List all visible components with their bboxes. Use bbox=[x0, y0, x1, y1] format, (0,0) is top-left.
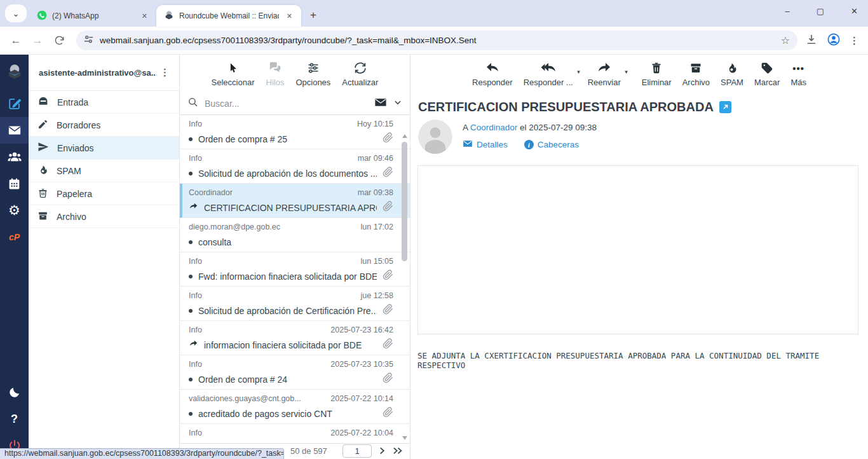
message-date-text: el 2025-07-29 09:38 bbox=[520, 123, 597, 132]
folder-panel: asistente-administrativo@sa... ⋮ Entrada… bbox=[29, 55, 180, 459]
folder-spam[interactable]: SPAM bbox=[29, 160, 179, 182]
message-list-item[interactable]: Coordinador mar 09:38 CERTIFICACION PRES… bbox=[180, 184, 410, 218]
search-bar bbox=[180, 92, 410, 115]
message-list-item[interactable]: Info jue 12:58 Solicitud de aprobación d… bbox=[180, 287, 410, 321]
profile-avatar-icon[interactable] bbox=[827, 32, 841, 49]
unread-dot-icon bbox=[189, 172, 193, 175]
open-in-new-icon[interactable] bbox=[719, 101, 731, 113]
attachment-row bbox=[426, 259, 850, 277]
scroll-up-arrow-icon[interactable] bbox=[402, 134, 407, 138]
more-button[interactable]: ••• Más bbox=[790, 60, 806, 87]
message-subject: Orden de compra # 24 bbox=[198, 374, 377, 385]
message-list-item[interactable]: Info mar 09:46 Solicitud de aprobación d… bbox=[180, 149, 410, 184]
tab-close-icon[interactable]: ✕ bbox=[284, 11, 295, 22]
refresh-button[interactable]: Actualizar bbox=[342, 60, 378, 87]
attachment-icon bbox=[383, 338, 393, 352]
reload-button[interactable] bbox=[50, 31, 69, 50]
help-button[interactable]: ? bbox=[0, 406, 29, 432]
message-sender: Info bbox=[189, 428, 325, 437]
contacts-nav-button[interactable] bbox=[0, 144, 29, 170]
forwarded-icon bbox=[189, 202, 198, 214]
minimize-button[interactable]: – bbox=[782, 6, 794, 16]
cpanel-button[interactable]: cP bbox=[0, 224, 29, 250]
attachment-row bbox=[426, 277, 850, 294]
gear-icon: ⚙ bbox=[8, 203, 20, 218]
page-number-input[interactable] bbox=[342, 444, 372, 458]
attachment-row bbox=[426, 223, 850, 241]
site-settings-icon[interactable] bbox=[84, 34, 93, 46]
settings-nav-button[interactable]: ⚙ bbox=[0, 197, 29, 224]
browser-toolbar: ← → webmail.sanjuan.gob.ec/cpsess7001108… bbox=[0, 27, 868, 55]
message-list-item[interactable]: Info lun 15:05 Fwd: informacion finacier… bbox=[180, 252, 410, 287]
sender-avatar bbox=[418, 120, 452, 156]
message-date: 2025-07-23 16:42 bbox=[330, 325, 393, 334]
unread-dot-icon bbox=[189, 137, 193, 141]
search-input[interactable] bbox=[205, 99, 368, 109]
last-page-icon[interactable] bbox=[392, 446, 404, 457]
scrollbar-thumb[interactable] bbox=[402, 142, 407, 261]
message-date: 2025-07-22 10:04 bbox=[330, 428, 393, 437]
recipient-link[interactable]: Coordinador bbox=[470, 123, 517, 132]
headers-toggle[interactable]: i Cabeceras bbox=[524, 139, 579, 151]
search-scope-chevron-icon[interactable] bbox=[393, 98, 402, 109]
bookmark-star-icon[interactable]: ☆ bbox=[781, 34, 790, 46]
message-date: 2025-07-22 10:14 bbox=[330, 394, 393, 403]
back-button[interactable]: ← bbox=[6, 31, 25, 50]
restore-button[interactable]: ▢ bbox=[813, 6, 828, 16]
address-bar[interactable]: webmail.sanjuan.gob.ec/cpsess7001108393/… bbox=[76, 31, 797, 50]
folder-entrada[interactable]: Entrada bbox=[29, 91, 179, 114]
folder-papelera[interactable]: Papelera bbox=[29, 182, 179, 205]
compose-button[interactable] bbox=[0, 90, 29, 117]
message-list-item[interactable]: validaciones.guayas@cnt.gob... 2025-07-2… bbox=[180, 390, 410, 424]
folder-enviados[interactable]: Enviados bbox=[29, 137, 179, 160]
account-email: asistente-administrativo@sa... bbox=[39, 68, 156, 78]
close-window-button[interactable]: ✕ bbox=[847, 6, 862, 16]
tab-close-icon[interactable]: ✕ bbox=[139, 11, 150, 22]
attachment-icon bbox=[383, 201, 393, 214]
message-list-item[interactable]: Info 2025-07-23 10:35 Orden de compra # … bbox=[180, 355, 410, 390]
unread-dot-icon bbox=[189, 240, 193, 244]
tab-search-button[interactable]: ⌄ bbox=[5, 4, 27, 22]
dark-mode-button[interactable] bbox=[0, 379, 29, 406]
delete-button[interactable]: Eliminar bbox=[642, 60, 672, 87]
message-date: mar 09:46 bbox=[358, 154, 393, 163]
message-list-item[interactable]: Info 2025-07-23 16:42 informacion finaci… bbox=[180, 321, 410, 355]
message-list-item[interactable]: Info Hoy 10:15 Orden de compra # 25 bbox=[180, 115, 410, 149]
archive-icon bbox=[689, 60, 702, 76]
attachment-row bbox=[426, 205, 850, 223]
mail-nav-button[interactable] bbox=[0, 117, 29, 144]
list-options-button[interactable]: Opciones bbox=[295, 60, 330, 87]
tab-whatsapp[interactable]: (2) WhatsApp ✕ bbox=[29, 5, 156, 27]
message-list-item[interactable]: Info 2025-07-22 10:04 bbox=[180, 424, 410, 443]
reply-all-button[interactable]: Responder ... ▾ bbox=[524, 60, 573, 87]
url-text[interactable]: webmail.sanjuan.gob.ec/cpsess7001108393/… bbox=[100, 36, 775, 45]
message-list-item[interactable]: diego.moran@dpe.gob.ec lun 17:02 consult… bbox=[180, 218, 410, 252]
forward-button[interactable]: Reenviar ▾ bbox=[588, 60, 621, 87]
calendar-nav-button[interactable] bbox=[0, 170, 29, 197]
message-sender: diego.moran@dpe.gob.ec bbox=[189, 223, 356, 231]
mark-messages-icon[interactable] bbox=[374, 96, 387, 111]
spam-button[interactable]: SPAM bbox=[721, 60, 743, 87]
folder-options-kebab-icon[interactable]: ⋮ bbox=[156, 67, 174, 78]
flame-icon bbox=[726, 60, 738, 76]
reply-button[interactable]: Responder bbox=[472, 60, 513, 87]
attachment-row bbox=[426, 312, 850, 330]
reply-all-caret-icon[interactable]: ▾ bbox=[577, 69, 580, 75]
window-controls: – ▢ ✕ bbox=[782, 0, 862, 22]
list-scrollbar[interactable] bbox=[401, 134, 409, 440]
browser-menu-icon[interactable]: ⋮ bbox=[850, 35, 859, 46]
tab-roundcube[interactable]: Roundcube Webmail :: Enviados ✕ bbox=[156, 5, 301, 27]
next-page-icon[interactable] bbox=[377, 446, 386, 457]
downloads-icon[interactable] bbox=[805, 33, 818, 48]
scroll-down-arrow-icon[interactable] bbox=[402, 436, 407, 440]
folder-archivo[interactable]: Archivo bbox=[29, 205, 179, 228]
archive-button[interactable]: Archivo bbox=[682, 60, 710, 87]
mark-button[interactable]: Marcar bbox=[754, 60, 780, 87]
details-toggle[interactable]: Detalles bbox=[463, 139, 508, 151]
forward-button[interactable]: → bbox=[28, 31, 47, 50]
forward-caret-icon[interactable]: ▾ bbox=[625, 69, 628, 75]
select-button[interactable]: Seleccionar bbox=[212, 60, 255, 87]
new-tab-button[interactable]: + bbox=[301, 9, 324, 27]
threads-button[interactable]: Hilos bbox=[266, 60, 285, 87]
folder-borradores[interactable]: Borradores bbox=[29, 114, 179, 137]
